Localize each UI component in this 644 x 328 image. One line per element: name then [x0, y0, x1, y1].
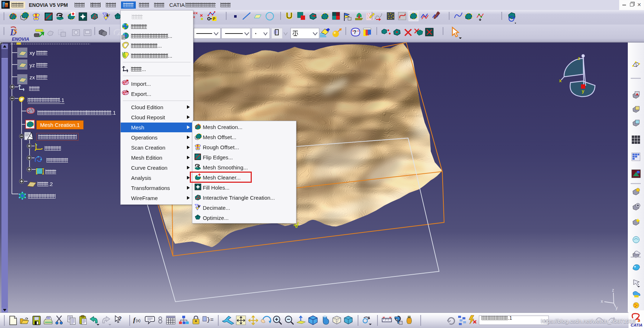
svg-text:P: P [213, 17, 215, 21]
svg-text:y: y [582, 88, 585, 94]
svg-text:S: S [13, 27, 17, 35]
svg-text:(x): (x) [136, 318, 140, 323]
svg-text:}=: }= [207, 317, 214, 323]
svg-text:z: z [578, 56, 580, 61]
svg-text:y: y [616, 305, 618, 310]
svg-text:?: ? [353, 29, 357, 35]
svg-text:ENOVIA: ENOVIA [12, 37, 29, 42]
svg-text:?: ? [118, 316, 122, 322]
svg-text:z: z [612, 288, 614, 293]
svg-text:x: x [559, 78, 562, 83]
svg-text:x: x [601, 299, 603, 304]
